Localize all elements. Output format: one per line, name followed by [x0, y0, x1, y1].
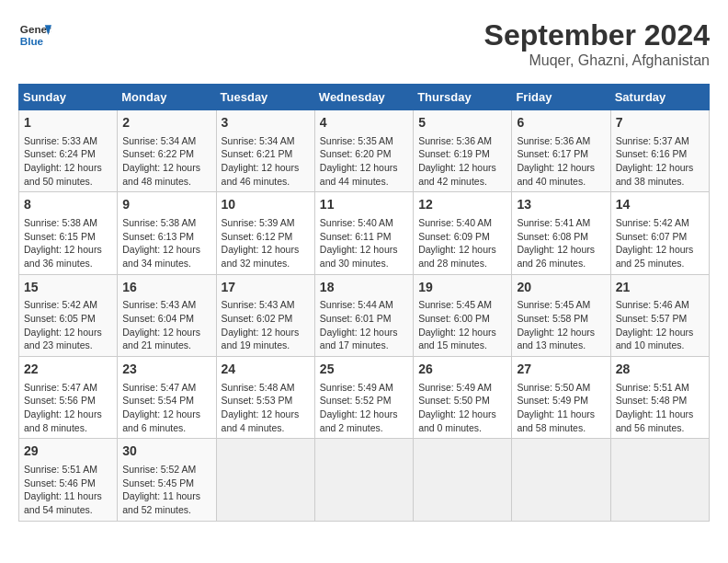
cell-line: Daylight: 12 hours [517, 161, 605, 175]
cell-line: Sunrise: 5:36 AM [418, 134, 506, 148]
cell-line: Sunset: 6:17 PM [517, 147, 605, 161]
cell-line: and 4 minutes. [222, 421, 310, 435]
day-cell: 22Sunrise: 5:47 AMSunset: 5:56 PMDayligh… [19, 357, 118, 439]
cell-line: Daylight: 12 hours [418, 326, 506, 339]
cell-line: Sunrise: 5:37 AM [616, 134, 704, 148]
cell-line: Sunset: 6:19 PM [418, 147, 506, 161]
day-cell: 3Sunrise: 5:34 AMSunset: 6:21 PMDaylight… [216, 110, 314, 192]
cell-line: Daylight: 12 hours [418, 408, 506, 421]
cell-line: Daylight: 12 hours [24, 408, 112, 421]
day-number: 22 [24, 361, 112, 379]
day-number: 3 [222, 114, 310, 132]
cell-line: and 15 minutes. [418, 339, 506, 352]
cell-line: Sunset: 5:57 PM [616, 312, 704, 326]
day-cell [512, 439, 610, 521]
cell-line: and 13 minutes. [517, 339, 605, 352]
cell-line: Daylight: 12 hours [222, 161, 310, 175]
cell-line: Sunset: 6:08 PM [517, 230, 605, 244]
cell-line: Daylight: 12 hours [24, 161, 112, 175]
day-number: 15 [24, 279, 112, 297]
cell-line: Sunrise: 5:39 AM [222, 216, 310, 230]
day-number: 25 [320, 361, 408, 379]
day-cell: 5Sunrise: 5:36 AMSunset: 6:19 PMDaylight… [414, 110, 512, 192]
cell-line: and 23 minutes. [24, 339, 112, 352]
cell-line: Sunset: 5:48 PM [616, 394, 704, 408]
cell-line: Sunset: 6:15 PM [24, 230, 112, 244]
cell-line: Daylight: 11 hours [517, 408, 605, 421]
cell-line: Daylight: 12 hours [418, 243, 506, 257]
day-cell: 17Sunrise: 5:43 AMSunset: 6:02 PMDayligh… [216, 274, 314, 356]
cell-line: Daylight: 12 hours [616, 243, 704, 257]
cell-line: Sunrise: 5:33 AM [24, 134, 112, 148]
cell-line: Sunset: 5:53 PM [222, 394, 310, 408]
cell-line: and 38 minutes. [616, 175, 704, 189]
day-number: 14 [616, 196, 704, 214]
day-number: 7 [616, 114, 704, 132]
cell-line: Daylight: 12 hours [122, 326, 210, 339]
cell-line: Sunrise: 5:38 AM [122, 216, 210, 230]
page-subtitle: Muqer, Ghazni, Afghanistan [484, 52, 710, 69]
day-number: 6 [517, 114, 605, 132]
cell-line: Sunset: 6:12 PM [222, 230, 310, 244]
cell-line: Daylight: 12 hours [222, 326, 310, 339]
cell-line: Sunrise: 5:34 AM [122, 134, 210, 148]
cell-line: Sunset: 6:04 PM [122, 312, 210, 326]
day-number: 5 [418, 114, 506, 132]
day-cell: 9Sunrise: 5:38 AMSunset: 6:13 PMDaylight… [118, 192, 216, 274]
day-cell: 15Sunrise: 5:42 AMSunset: 6:05 PMDayligh… [19, 274, 118, 356]
day-cell: 7Sunrise: 5:37 AMSunset: 6:16 PMDaylight… [610, 110, 709, 192]
week-row-1: 1Sunrise: 5:33 AMSunset: 6:24 PMDaylight… [19, 110, 710, 192]
day-number: 11 [320, 196, 408, 214]
cell-line: Sunrise: 5:46 AM [616, 298, 704, 312]
day-cell: 4Sunrise: 5:35 AMSunset: 6:20 PMDaylight… [314, 110, 413, 192]
cell-line: Sunset: 6:09 PM [418, 230, 506, 244]
day-cell: 6Sunrise: 5:36 AMSunset: 6:17 PMDaylight… [512, 110, 610, 192]
cell-line: Daylight: 12 hours [122, 243, 210, 257]
calendar-table: SundayMondayTuesdayWednesdayThursdayFrid… [18, 84, 710, 522]
cell-line: Sunset: 6:20 PM [320, 147, 408, 161]
day-cell: 10Sunrise: 5:39 AMSunset: 6:12 PMDayligh… [216, 192, 314, 274]
cell-line: Sunset: 6:21 PM [222, 147, 310, 161]
cell-line: Sunrise: 5:47 AM [122, 381, 210, 395]
cell-line: and 50 minutes. [24, 175, 112, 189]
day-number: 28 [616, 361, 704, 379]
page-header: General Blue September 2024 Muqer, Ghazn… [18, 18, 710, 69]
cell-line: Sunset: 5:54 PM [122, 394, 210, 408]
cell-line: and 32 minutes. [222, 257, 310, 270]
cell-line: and 30 minutes. [320, 257, 408, 270]
cell-line: Sunset: 6:02 PM [222, 312, 310, 326]
cell-line: and 21 minutes. [122, 339, 210, 352]
day-cell: 21Sunrise: 5:46 AMSunset: 5:57 PMDayligh… [610, 274, 709, 356]
cell-line: Daylight: 12 hours [517, 326, 605, 339]
col-header-friday: Friday [512, 85, 610, 110]
cell-line: Sunset: 6:22 PM [122, 147, 210, 161]
cell-line: Sunrise: 5:51 AM [616, 381, 704, 395]
col-header-saturday: Saturday [610, 85, 709, 110]
cell-line: and 2 minutes. [320, 421, 408, 435]
day-cell: 28Sunrise: 5:51 AMSunset: 5:48 PMDayligh… [610, 357, 709, 439]
day-number: 4 [320, 114, 408, 132]
day-number: 18 [320, 279, 408, 297]
cell-line: Sunrise: 5:45 AM [517, 298, 605, 312]
cell-line: Sunrise: 5:47 AM [24, 381, 112, 395]
day-cell: 25Sunrise: 5:49 AMSunset: 5:52 PMDayligh… [314, 357, 413, 439]
day-cell: 19Sunrise: 5:45 AMSunset: 6:00 PMDayligh… [414, 274, 512, 356]
cell-line: Daylight: 12 hours [616, 326, 704, 339]
cell-line: Sunset: 5:58 PM [517, 312, 605, 326]
logo: General Blue [18, 18, 51, 52]
cell-line: Daylight: 12 hours [418, 161, 506, 175]
cell-line: Daylight: 12 hours [320, 161, 408, 175]
day-number: 23 [122, 361, 210, 379]
cell-line: and 56 minutes. [616, 421, 704, 435]
day-cell [216, 439, 314, 521]
day-number: 21 [616, 279, 704, 297]
cell-line: Sunset: 6:07 PM [616, 230, 704, 244]
day-cell: 27Sunrise: 5:50 AMSunset: 5:49 PMDayligh… [512, 357, 610, 439]
cell-line: Sunrise: 5:43 AM [222, 298, 310, 312]
day-cell: 16Sunrise: 5:43 AMSunset: 6:04 PMDayligh… [118, 274, 216, 356]
cell-line: Daylight: 11 hours [24, 489, 112, 503]
cell-line: and 28 minutes. [418, 257, 506, 270]
day-cell: 20Sunrise: 5:45 AMSunset: 5:58 PMDayligh… [512, 274, 610, 356]
title-block: September 2024 Muqer, Ghazni, Afghanista… [484, 18, 710, 69]
cell-line: Sunrise: 5:34 AM [222, 134, 310, 148]
